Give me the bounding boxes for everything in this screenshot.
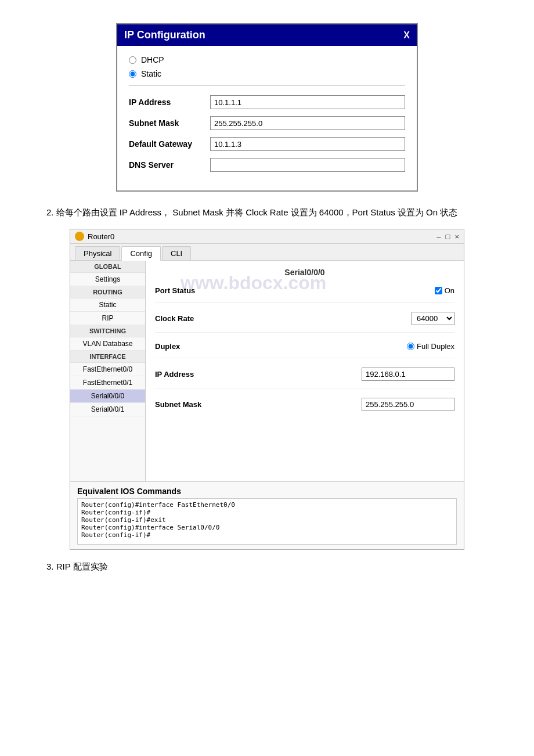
router-icon <box>75 232 84 241</box>
tab-physical[interactable]: Physical <box>75 246 120 260</box>
duplex-radio-group: Full Duplex <box>407 342 454 351</box>
router-main-panel: www.bdocx.com Serial0/0/0 Port Status On… <box>146 261 464 481</box>
ios-title: Equivalent IOS Commands <box>77 487 457 496</box>
router-ip-address-label: IP Address <box>155 370 225 379</box>
ios-terminal[interactable]: Router(config)#interface FastEthernet0/0… <box>77 498 457 545</box>
sidebar-item-serial000[interactable]: Serial0/0/0 <box>70 390 145 403</box>
instruction-text: 2. 给每个路由设置 IP Address， Subnet Mask 并将 Cl… <box>46 206 488 219</box>
ip-config-dialog: IP Configuration X DHCP Static IP Addres… <box>116 23 418 192</box>
default-gateway-row: Default Gateway <box>129 137 405 151</box>
router-titlebar: Router0 – □ × <box>70 229 464 244</box>
duplex-row: Duplex Full Duplex <box>155 342 454 358</box>
dns-server-label: DNS Server <box>129 160 210 170</box>
full-duplex-label: Full Duplex <box>417 342 454 351</box>
router-window: Router0 – □ × Physical Config CLI GLOBAL… <box>70 229 464 550</box>
duplex-label: Duplex <box>155 342 225 351</box>
static-radio[interactable] <box>129 70 136 78</box>
ios-line-2: Router(config-if)# <box>81 509 453 516</box>
tab-cli[interactable]: CLI <box>162 246 191 260</box>
router-title: Router0 <box>88 232 114 241</box>
close-win-button[interactable]: × <box>454 232 459 241</box>
ios-line-4: Router(config)#interface Serial0/0/0 <box>81 524 453 531</box>
section3-text: 3. RIP 配置实验 <box>46 561 488 573</box>
router-ip-address-value <box>225 368 454 381</box>
ip-config-body: DHCP Static IP Address Subnet Mask Defau… <box>117 46 417 190</box>
clock-rate-row: Clock Rate 64000 128000 256000 <box>155 312 454 333</box>
sidebar-section-global: GLOBAL <box>70 261 145 273</box>
maximize-button[interactable]: □ <box>446 232 450 241</box>
ip-address-input[interactable] <box>210 95 405 109</box>
sidebar-item-fastethernet00[interactable]: FastEthernet0/0 <box>70 363 145 376</box>
ios-line-1: Router(config)#interface FastEthernet0/0 <box>81 501 453 509</box>
subnet-mask-row: Subnet Mask <box>129 116 405 130</box>
subnet-mask-input[interactable] <box>210 116 405 130</box>
sidebar-item-fastethernet01[interactable]: FastEthernet0/1 <box>70 376 145 390</box>
dns-server-row: DNS Server <box>129 158 405 172</box>
duplex-value: Full Duplex <box>225 342 454 351</box>
dhcp-radio-item[interactable]: DHCP <box>129 55 405 64</box>
static-radio-item[interactable]: Static <box>129 69 405 78</box>
port-status-checkbox-group: On <box>435 286 454 295</box>
full-duplex-radio[interactable] <box>407 343 414 350</box>
dns-server-input[interactable] <box>210 158 405 172</box>
default-gateway-input[interactable] <box>210 137 405 151</box>
router-win-controls: – □ × <box>436 232 459 241</box>
ios-section: Equivalent IOS Commands Router(config)#i… <box>70 481 464 549</box>
minimize-button[interactable]: – <box>436 232 441 241</box>
port-status-checkbox[interactable] <box>435 287 442 294</box>
router-ip-address-row: IP Address <box>155 368 454 388</box>
router-subnet-mask-label: Subnet Mask <box>155 400 225 409</box>
port-status-label: Port Status <box>155 286 225 295</box>
clock-rate-label: Clock Rate <box>155 314 225 323</box>
port-status-on-label: On <box>445 286 454 295</box>
port-status-value: On <box>225 286 454 295</box>
router-title-left: Router0 <box>75 232 114 241</box>
router-ip-address-input[interactable] <box>362 368 454 381</box>
default-gateway-label: Default Gateway <box>129 139 210 149</box>
sidebar-item-vlan-database[interactable]: VLAN Database <box>70 337 145 351</box>
sidebar-item-settings[interactable]: Settings <box>70 273 145 286</box>
ios-line-5: Router(config-if)# <box>81 531 453 539</box>
ip-address-row: IP Address <box>129 95 405 109</box>
panel-title: Serial0/0/0 <box>155 268 454 277</box>
instruction-content: 2. 给每个路由设置 IP Address， Subnet Mask 并将 Cl… <box>46 207 457 217</box>
tab-config[interactable]: Config <box>121 246 161 261</box>
sidebar-section-routing: ROUTING <box>70 286 145 298</box>
divider <box>129 85 405 86</box>
router-subnet-mask-row: Subnet Mask <box>155 398 454 418</box>
router-subnet-mask-input[interactable] <box>362 398 454 411</box>
router-subnet-mask-value <box>225 398 454 411</box>
dhcp-radio[interactable] <box>129 56 136 64</box>
sidebar-item-rip[interactable]: RIP <box>70 312 145 325</box>
router-content: GLOBAL Settings ROUTING Static RIP SWITC… <box>70 261 464 481</box>
ip-type-radio-group: DHCP Static <box>129 55 405 78</box>
sidebar-item-static[interactable]: Static <box>70 298 145 312</box>
sidebar-section-switching: SWITCHING <box>70 325 145 337</box>
section3-content: 3. RIP 配置实验 <box>46 561 108 571</box>
ip-config-titlebar: IP Configuration X <box>117 24 417 46</box>
static-label: Static <box>141 69 161 78</box>
port-status-row: Port Status On <box>155 286 454 303</box>
dhcp-label: DHCP <box>141 55 164 64</box>
router-tabs: Physical Config CLI <box>70 244 464 261</box>
ios-line-3: Router(config-if)#exit <box>81 516 453 524</box>
router-sidebar: GLOBAL Settings ROUTING Static RIP SWITC… <box>70 261 146 481</box>
close-button[interactable]: X <box>403 30 410 41</box>
ip-config-title: IP Configuration <box>124 29 205 41</box>
clock-rate-value: 64000 128000 256000 <box>225 312 454 325</box>
sidebar-item-serial001[interactable]: Serial0/0/1 <box>70 403 145 416</box>
clock-rate-select[interactable]: 64000 128000 256000 <box>412 312 454 325</box>
ip-address-label: IP Address <box>129 98 210 107</box>
subnet-mask-label: Subnet Mask <box>129 118 210 128</box>
sidebar-section-interface: INTERFACE <box>70 351 145 363</box>
